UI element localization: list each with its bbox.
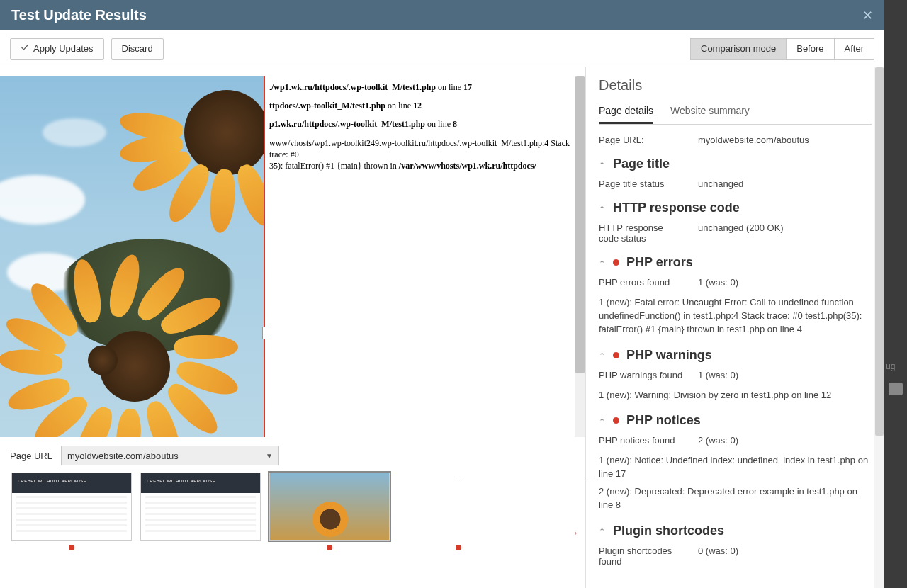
chevron-up-icon: ⌃: [599, 417, 606, 424]
chevron-up-icon: ⌃: [599, 259, 606, 266]
modal-title: Test Update Results: [11, 7, 147, 23]
thumbnail-1[interactable]: [11, 473, 132, 588]
background-badge: [889, 383, 903, 395]
seg-after[interactable]: After: [835, 38, 874, 60]
background-window: ug: [884, 0, 907, 588]
chevron-up-icon: ⌃: [599, 527, 606, 534]
tab-website-summary[interactable]: Website summary: [670, 105, 750, 124]
close-icon[interactable]: ✕: [862, 8, 873, 23]
page-url-row: Page URL myoldwebsite.com/aboutus ▼: [0, 441, 585, 470]
section-http-response[interactable]: ⌃ HTTP response code: [599, 200, 872, 215]
details-heading: Details: [599, 77, 872, 94]
preview-scrollbar[interactable]: [575, 76, 585, 437]
error-line: p1.wk.ru/httpdocs/.wp-toolkit_M/test1.ph…: [269, 118, 581, 130]
background-text: ug: [886, 361, 895, 371]
chevron-down-icon: ▼: [266, 452, 273, 460]
titlebar: Test Update Results ✕: [0, 0, 884, 30]
preview-before[interactable]: [0, 76, 265, 437]
kv-row: PHP warnings found 1 (was: 0): [599, 370, 872, 380]
error-line: ttpdocs/.wp-toolkit_M/test1.php on line …: [269, 100, 581, 111]
chevron-up-icon: ⌃: [599, 351, 606, 358]
section-page-title[interactable]: ⌃ Page title: [599, 157, 872, 171]
error-line: ./wp1.wk.ru/httpdocs/.wp-toolkit_M/test1…: [269, 81, 581, 93]
thumbnail-image: [140, 473, 261, 541]
section-php-errors[interactable]: ⌃ PHP errors: [599, 255, 872, 270]
kv-row: PHP errors found 1 (was: 0): [599, 277, 872, 288]
details-scrollbar[interactable]: [874, 67, 884, 588]
chevron-right-icon[interactable]: ›: [575, 529, 577, 537]
kv-row: PHP notices found 2 (was: 0): [599, 435, 872, 446]
page-url-kv: Page URL: myoldwebsite.com/aboutus: [599, 135, 872, 145]
error-trace: www/vhosts/wp1.wp-toolkit249.wp-toolkit.…: [269, 137, 581, 172]
thumbnail-3[interactable]: [269, 473, 390, 588]
section-plugin-shortcodes[interactable]: ⌃ Plugin shortcodes: [599, 524, 872, 538]
action-row: Apply Updates Discard Comparison mode Be…: [0, 30, 884, 67]
kv-row: HTTP response code status unchanged (200…: [599, 222, 872, 244]
status-dot-icon: [613, 259, 619, 266]
details-panel: Details Page details Website summary Pag…: [585, 67, 884, 588]
comparison-preview: ./wp1.wk.ru/httpdocs/.wp-toolkit_M/test1…: [0, 67, 585, 437]
preview-pane: ./wp1.wk.ru/httpdocs/.wp-toolkit_M/test1…: [0, 67, 585, 588]
page-url-value: myoldwebsite.com/aboutus: [67, 451, 179, 461]
notice-message: 2 (new): Deprecated: Deprecated error ex…: [599, 485, 872, 512]
page-url-label: Page URL: [10, 451, 52, 461]
thumbnail-4[interactable]: [398, 473, 519, 588]
seg-comparison[interactable]: Comparison mode: [690, 38, 787, 60]
page-url-select[interactable]: myoldwebsite.com/aboutus ▼: [61, 446, 279, 465]
notice-message: 1 (new): Notice: Undefined index: undefi…: [599, 454, 872, 481]
status-dot-icon: [327, 545, 332, 550]
status-dot-icon: [613, 352, 619, 358]
seg-before[interactable]: Before: [787, 38, 834, 60]
discard-button[interactable]: Discard: [111, 38, 164, 60]
chevron-up-icon: ⌃: [599, 161, 606, 168]
page-thumbnails: ›: [0, 470, 585, 588]
error-message: 1 (new): Fatal error: Uncaught Error: Ca…: [599, 296, 872, 337]
status-dot-icon: [456, 545, 461, 550]
preview-after[interactable]: ./wp1.wk.ru/httpdocs/.wp-toolkit_M/test1…: [265, 76, 585, 437]
section-php-notices[interactable]: ⌃ PHP notices: [599, 413, 872, 428]
thumbnail-image: [269, 473, 390, 541]
apply-updates-label: Apply Updates: [33, 43, 94, 54]
check-icon: [21, 43, 29, 54]
chevron-up-icon: ⌃: [599, 205, 606, 212]
status-dot-icon: [613, 417, 619, 424]
status-dot-icon: [69, 545, 74, 550]
section-php-warnings[interactable]: ⌃ PHP warnings: [599, 348, 872, 363]
discard-label: Discard: [122, 43, 153, 54]
tab-page-details[interactable]: Page details: [599, 105, 653, 124]
kv-row: Plugin shortcodes found 0 (was: 0): [599, 545, 872, 567]
apply-updates-button[interactable]: Apply Updates: [10, 38, 104, 60]
thumbnail-image: [398, 473, 519, 541]
thumbnail-2[interactable]: [140, 473, 261, 588]
comparison-drag-handle[interactable]: [262, 327, 269, 339]
warning-message: 1 (new): Warning: Division by zero in te…: [599, 389, 872, 402]
thumbnail-image: [11, 473, 132, 541]
modal: Test Update Results ✕ Apply Updates Disc…: [0, 0, 884, 588]
view-mode-toggle: Comparison mode Before After: [690, 38, 874, 60]
details-tabs: Page details Website summary: [599, 105, 872, 125]
kv-row: Page title status unchanged: [599, 179, 872, 189]
